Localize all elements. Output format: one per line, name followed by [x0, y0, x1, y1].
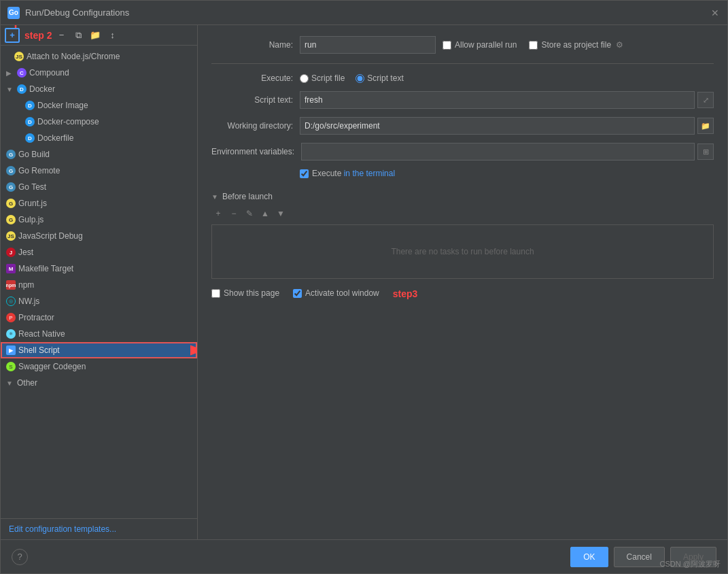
step3-arrow-svg	[372, 267, 413, 294]
script-text-radio-label[interactable]: Script text	[356, 73, 403, 83]
dialog-title: Run/Debug Configurations	[25, 7, 704, 18]
execute-terminal-row: Execute in the terminal	[211, 169, 714, 178]
allow-parallel-checkbox[interactable]	[443, 41, 451, 50]
dockerfile-icon: D	[25, 133, 35, 143]
activate-window-checkbox[interactable]	[293, 289, 302, 298]
right-panel: Name: Allow parallel run Store as projec…	[198, 25, 727, 539]
bottom-options-row: Show this page Activate tool window	[211, 287, 714, 299]
step3-annotation-wrap: step3	[393, 287, 418, 299]
copy-configuration-button[interactable]: ⧉	[71, 28, 86, 43]
tree-item-makefile[interactable]: M Makefile Target	[1, 260, 197, 277]
go-remote-icon: G	[6, 166, 16, 175]
other-arrow-icon: ▼	[6, 379, 14, 387]
name-input[interactable]	[300, 36, 436, 54]
compound-icon: C	[17, 68, 27, 78]
go-build-icon: G	[6, 150, 16, 159]
script-text-radio[interactable]	[356, 74, 364, 83]
move-configuration-button[interactable]: 📁	[88, 28, 103, 43]
tree-item-js-debug[interactable]: JS JavaScript Debug	[1, 228, 197, 244]
app-icon: Go	[7, 7, 20, 19]
script-text-input[interactable]	[300, 91, 695, 109]
tree-item-npm[interactable]: npm npm	[1, 277, 197, 293]
ok-button[interactable]: OK	[570, 547, 608, 567]
watermark: CSDN @阿波罗呀	[660, 559, 721, 569]
before-launch-down-button[interactable]: ▼	[274, 207, 288, 220]
store-as-project-icon: ⚙	[616, 40, 623, 50]
before-launch-edit-button[interactable]: ✎	[243, 207, 256, 220]
tree-item-dockerfile[interactable]: D Dockerfile	[1, 130, 197, 146]
working-dir-browse-button[interactable]: 📁	[697, 118, 714, 134]
tree-item-react-native[interactable]: ⚛ React Native	[1, 326, 197, 342]
sort-configurations-button[interactable]: ↕	[105, 28, 120, 43]
execute-terminal-label[interactable]: Execute in the terminal	[300, 169, 395, 178]
gulpjs-icon: G	[6, 215, 16, 224]
script-text-row: Script text: ⤢	[211, 91, 714, 109]
docker-arrow-icon: ▼	[6, 86, 14, 93]
store-as-project-checkbox[interactable]	[529, 41, 538, 50]
script-text-label: Script text:	[211, 95, 293, 105]
before-launch-add-button[interactable]: +	[211, 207, 225, 220]
allow-parallel-label[interactable]: Allow parallel run	[443, 40, 517, 50]
tree-item-other[interactable]: ▼ Other	[1, 375, 197, 391]
tree-item-docker-compose[interactable]: D Docker-compose	[1, 114, 197, 130]
show-page-label[interactable]: Show this page	[211, 288, 279, 298]
before-launch-toolbar: + − ✎ ▲ ▼	[211, 207, 714, 220]
env-vars-row: Environment variables: ⊞	[211, 143, 714, 161]
activate-window-label[interactable]: Activate tool window	[293, 288, 379, 298]
help-button[interactable]: ?	[12, 549, 28, 565]
cancel-button[interactable]: Cancel	[614, 547, 665, 567]
tree-item-go-remote[interactable]: G Go Remote	[1, 163, 197, 179]
tree-item-swagger[interactable]: S Swagger Codegen	[1, 358, 197, 375]
execute-terminal-checkbox[interactable]	[300, 169, 309, 178]
footer: ? OK Cancel Apply	[1, 539, 727, 573]
shell-script-icon: ▶	[6, 345, 16, 355]
swagger-icon: S	[6, 362, 16, 371]
tree-item-docker[interactable]: ▼ D Docker	[1, 81, 197, 97]
name-label: Name:	[211, 40, 293, 50]
tree-item-go-build[interactable]: G Go Build	[1, 146, 197, 163]
before-launch-label: Before launch	[222, 192, 273, 201]
react-native-icon: ⚛	[6, 329, 16, 339]
main-content: + step 2 − ⧉ 📁 ↕ JS Attach to Node.js/Ch…	[1, 25, 727, 539]
before-launch-section: ▼ Before launch + − ✎ ▲ ▼ There are no t…	[211, 192, 714, 279]
jest-icon: J	[6, 248, 16, 257]
before-launch-arrow-icon: ▼	[211, 193, 218, 201]
title-bar: Go Run/Debug Configurations ✕	[1, 1, 727, 25]
protractor-icon: P	[6, 313, 16, 322]
edit-templates-link[interactable]: Edit configuration templates...	[1, 518, 197, 539]
tree-item-compound[interactable]: ▶ C Compound	[1, 65, 197, 81]
env-vars-label: Environment variables:	[211, 147, 294, 156]
script-file-radio-label[interactable]: Script file	[300, 73, 345, 83]
env-vars-input[interactable]	[301, 143, 695, 161]
name-row: Name: Allow parallel run Store as projec…	[211, 36, 714, 54]
before-launch-area: There are no tasks to run before launch	[211, 224, 714, 279]
working-dir-input[interactable]	[300, 117, 695, 135]
tree-item-go-test[interactable]: G Go Test	[1, 179, 197, 195]
before-launch-remove-button[interactable]: −	[227, 207, 241, 220]
store-as-project-label[interactable]: Store as project file ⚙	[529, 40, 623, 50]
add-configuration-button[interactable]: +	[5, 28, 20, 43]
remove-configuration-button[interactable]: −	[54, 28, 69, 43]
gruntjs-icon: G	[6, 199, 16, 208]
close-button[interactable]: ✕	[710, 7, 721, 18]
go-test-icon: G	[6, 182, 16, 192]
env-vars-browse-button[interactable]: ⊞	[697, 144, 714, 160]
tree-item-docker-image[interactable]: D Docker Image	[1, 97, 197, 114]
docker-compose-icon: D	[25, 117, 35, 126]
tree-item-shell-script[interactable]: ▶ Shell Script	[1, 342, 197, 358]
tree-item-protractor[interactable]: P Protractor	[1, 309, 197, 326]
before-launch-up-button[interactable]: ▲	[258, 207, 272, 220]
tree-item-gulpjs[interactable]: G Gulp.js	[1, 212, 197, 228]
tree-item-nwjs[interactable]: ◎ NW.js	[1, 293, 197, 309]
left-panel: + step 2 − ⧉ 📁 ↕ JS Attach to Node.js/Ch…	[1, 25, 198, 539]
working-dir-label: Working directory:	[211, 121, 293, 131]
docker-icon: D	[17, 84, 27, 94]
docker-image-icon: D	[25, 101, 35, 110]
tree-item-gruntjs[interactable]: G Grunt.js	[1, 195, 197, 212]
script-file-radio[interactable]	[300, 74, 309, 83]
script-text-expand-button[interactable]: ⤢	[697, 92, 714, 108]
tree-item-attach-node[interactable]: JS Attach to Node.js/Chrome	[1, 48, 197, 65]
before-launch-header: ▼ Before launch	[211, 192, 714, 201]
tree-item-jest[interactable]: J Jest	[1, 244, 197, 260]
show-page-checkbox[interactable]	[211, 289, 220, 298]
